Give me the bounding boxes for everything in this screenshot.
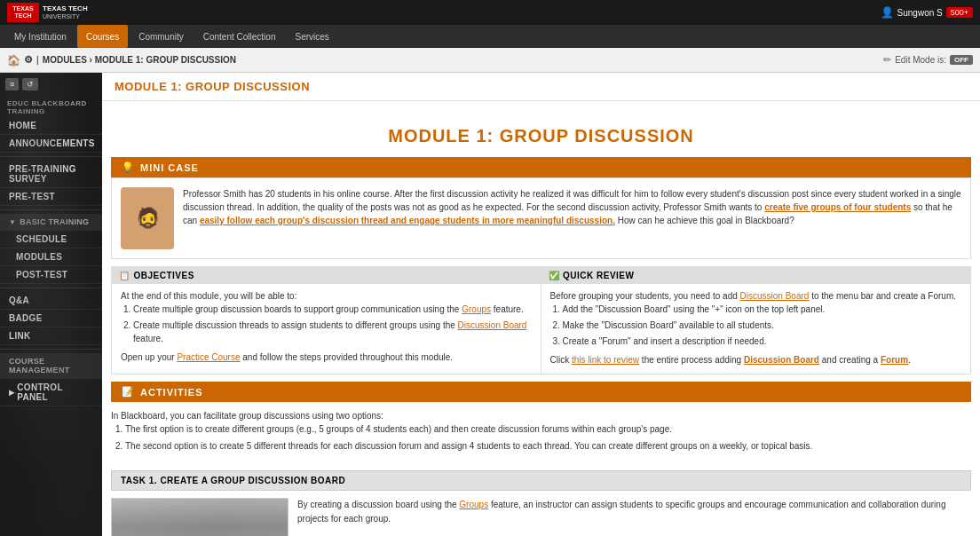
- sidebar-item-home[interactable]: HOME: [0, 117, 102, 135]
- objectives-intro: At the end of this module, you will be a…: [121, 289, 532, 303]
- menu-my-institution[interactable]: My Institution: [5, 25, 75, 48]
- divider: [0, 209, 102, 210]
- quick-review-header: ✅ QUICK REVIEW: [541, 267, 971, 284]
- points-badge: 500+: [946, 7, 973, 18]
- sidebar-item-pre-training[interactable]: PRE-TRAINING SURVEY: [0, 161, 102, 188]
- expand-icon: ▶: [9, 389, 14, 397]
- quick-review-icon: ✅: [549, 271, 560, 280]
- sidebar-item-qa[interactable]: Q&A: [0, 292, 102, 310]
- home-icon[interactable]: 🏠: [7, 54, 20, 67]
- nav-right: 👤 Sungwon S 500+: [881, 6, 973, 19]
- quick-review-footer: Click this link to review the entire pro…: [550, 353, 962, 367]
- task1-image: [111, 498, 288, 536]
- objectives-footer: Open up your Practice Course and follow …: [121, 351, 532, 364]
- link-review[interactable]: this link to review: [572, 355, 639, 365]
- menu-bar: My Institution Courses Community Content…: [0, 25, 980, 48]
- link-follow-discussion[interactable]: easily follow each group's discussion th…: [200, 216, 615, 225]
- sidebar-section-course-mgmt: COURSE MANAGEMENT: [0, 353, 102, 379]
- task1-text: By creating a discussion board using the…: [297, 498, 971, 536]
- activities-label: ACTIVITIES: [140, 387, 203, 398]
- divider: [0, 349, 102, 350]
- activities-intro: In Blackboard, you can facilitate group …: [111, 409, 971, 422]
- link-discussion-board-footer[interactable]: Discussion Board: [744, 355, 819, 365]
- mini-case-icon: 💡: [122, 162, 135, 173]
- module-title: MODULE 1: GROUP DISCUSSION: [111, 126, 971, 146]
- module-title-section: MODULE 1: GROUP DISCUSSION: [111, 110, 971, 157]
- user-icon: 👤: [881, 6, 894, 19]
- link-five-groups[interactable]: create five groups of four students: [764, 202, 911, 212]
- breadcrumb-bar: 🏠 ⚙ | MODULES › MODULE 1: GROUP DISCUSSI…: [0, 48, 980, 73]
- activity-item-2: The second option is to create 5 differe…: [125, 439, 971, 453]
- objectives-label: OBJECTIVES: [134, 271, 194, 280]
- logo-area: TEXASTECH TEXAS TECH UNIVERSITY: [7, 3, 88, 22]
- quick-review-section: ✅ QUICK REVIEW Before grouping your stud…: [541, 267, 971, 374]
- logo-text: TEXAS TECH UNIVERSITY: [43, 5, 88, 20]
- collapse-icon: ▼: [9, 218, 16, 226]
- nav-left: TEXASTECH TEXAS TECH UNIVERSITY: [7, 3, 88, 22]
- task1-text1: By creating a discussion board using the…: [297, 498, 971, 526]
- activities-bar: 📝 ACTIVITIES: [111, 382, 971, 402]
- activities-content: In Blackboard, you can facilitate group …: [111, 402, 971, 463]
- mini-case-bar: 💡 MINI CASE: [111, 157, 971, 177]
- edit-toggle[interactable]: OFF: [950, 55, 973, 65]
- quick-review-content: Before grouping your students, you need …: [550, 289, 962, 367]
- sidebar-section-basic-training: ▼ BASIC TRAINING: [0, 214, 102, 231]
- breadcrumb: 🏠 ⚙ | MODULES › MODULE 1: GROUP DISCUSSI…: [7, 54, 236, 67]
- professor-avatar: 🧔: [121, 187, 174, 249]
- link-groups-task[interactable]: Groups: [459, 500, 488, 509]
- user-name: Sungwon S: [897, 8, 943, 18]
- sidebar-section-label: EDUC Blackboard Training: [0, 94, 102, 117]
- sidebar-item-post-test[interactable]: POST-TEST: [0, 266, 102, 284]
- top-navigation: TEXASTECH TEXAS TECH UNIVERSITY 👤 Sungwo…: [0, 0, 980, 25]
- sidebar-refresh-btn[interactable]: ↺: [22, 78, 38, 91]
- breadcrumb-separator: |: [36, 55, 39, 65]
- link-practice-course[interactable]: Practice Course: [177, 352, 240, 362]
- link-discussion-board[interactable]: Discussion Board: [458, 320, 527, 330]
- divider: [0, 288, 102, 288]
- logo-box: TEXASTECH: [7, 3, 39, 22]
- sidebar-item-modules[interactable]: MODULES: [0, 248, 102, 266]
- activities-icon: 📝: [122, 386, 135, 398]
- main-layout: ≡ ↺ EDUC Blackboard Training HOME ANNOUN…: [0, 73, 980, 536]
- edit-icon: ✏: [883, 54, 891, 66]
- objectives-section: 📋 OBJECTIVES At the end of this module, …: [112, 267, 541, 374]
- two-col-section: 📋 OBJECTIVES At the end of this module, …: [111, 266, 971, 374]
- page-title: MODULE 1: GROUP DISCUSSION: [115, 80, 968, 93]
- page-header: MODULE 1: GROUP DISCUSSION: [102, 73, 980, 101]
- menu-community[interactable]: Community: [130, 25, 193, 48]
- content-area: MODULE 1: GROUP DISCUSSION 💡 MINI CASE 🧔…: [102, 101, 980, 536]
- sidebar-toolbar: ≡ ↺: [0, 73, 102, 94]
- edit-mode-toggle: ✏ Edit Mode is: OFF: [883, 54, 973, 66]
- task1-header: TASK 1. CREATE A GROUP DISCUSSION BOARD: [111, 470, 971, 491]
- sidebar-item-schedule[interactable]: SCHEDULE: [0, 231, 102, 248]
- mini-case-label: MINI CASE: [140, 162, 199, 173]
- settings-icon[interactable]: ⚙: [24, 54, 33, 66]
- objectives-content: At the end of this module, you will be a…: [121, 289, 532, 364]
- menu-content-collection[interactable]: Content Collection: [194, 25, 285, 48]
- sidebar-menu-btn[interactable]: ≡: [5, 78, 19, 91]
- menu-courses[interactable]: Courses: [77, 25, 128, 48]
- mini-case-content: 🧔 Professor Smith has 20 students in his…: [111, 177, 971, 259]
- sidebar-item-pre-test[interactable]: PRE-TEST: [0, 188, 102, 206]
- quick-review-label: QUICK REVIEW: [563, 271, 634, 280]
- sidebar-item-link[interactable]: LINK: [0, 327, 102, 345]
- sidebar-item-badge[interactable]: BADGE: [0, 310, 102, 327]
- edit-mode-label: Edit Mode is:: [895, 55, 946, 65]
- sidebar: ≡ ↺ EDUC Blackboard Training HOME ANNOUN…: [0, 73, 102, 536]
- main-content: MODULE 1: GROUP DISCUSSION MODULE 1: GRO…: [102, 73, 980, 536]
- link-forum-footer[interactable]: Forum: [881, 355, 908, 365]
- breadcrumb-path: MODULES › MODULE 1: GROUP DISCUSSION: [43, 55, 236, 65]
- link-groups[interactable]: Groups: [462, 304, 491, 314]
- sidebar-item-control-panel[interactable]: ▶ Control Panel: [0, 379, 102, 406]
- menu-services[interactable]: Services: [286, 25, 337, 48]
- link-discussion-board-add[interactable]: Discussion Board: [740, 291, 810, 301]
- sidebar-item-announcements[interactable]: ANNOUNCEMENTS: [0, 135, 102, 153]
- quick-review-intro: Before grouping your students, you need …: [550, 289, 962, 303]
- activity-item-1: The first option is to create different …: [125, 422, 971, 436]
- case-text: Professor Smith has 20 students in his o…: [183, 187, 961, 249]
- objectives-header: 📋 OBJECTIVES: [112, 267, 541, 284]
- objectives-icon: 📋: [119, 271, 130, 280]
- task1-content: By creating a discussion board using the…: [111, 491, 971, 536]
- divider: [0, 156, 102, 157]
